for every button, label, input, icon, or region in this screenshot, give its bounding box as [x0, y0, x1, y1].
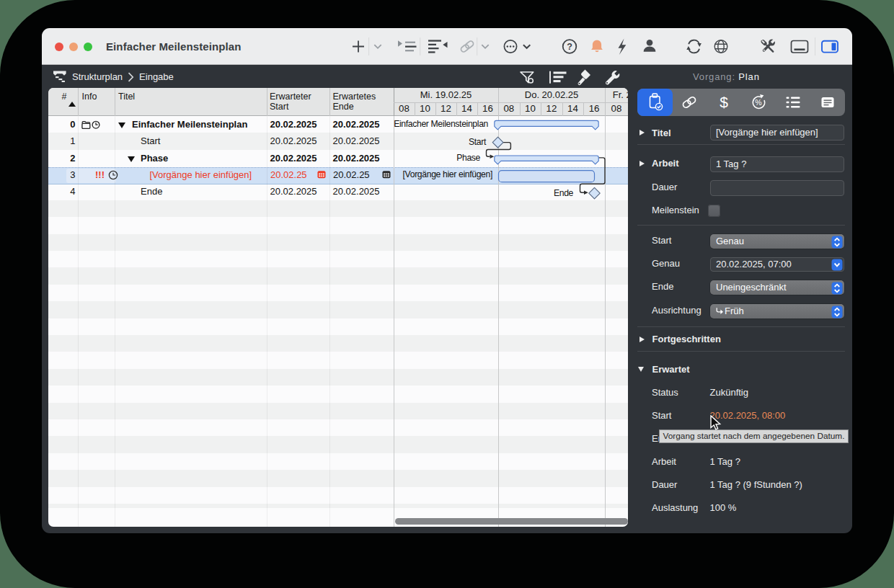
- svg-text:?: ?: [567, 42, 572, 52]
- svg-text:$: $: [720, 94, 728, 110]
- svg-text:%: %: [755, 98, 761, 107]
